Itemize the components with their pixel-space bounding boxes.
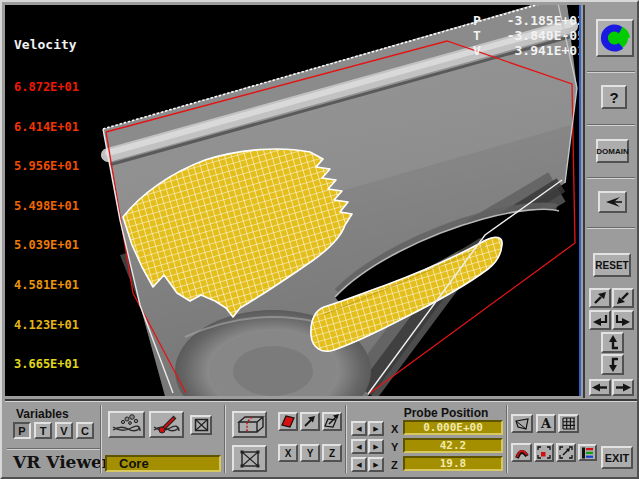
probe-z-decrement-button[interactable]: ◀	[351, 457, 367, 472]
right-triangle-icon: ▶	[373, 425, 378, 433]
probe-z-increment-button[interactable]: ▶	[368, 457, 384, 472]
probe-z-label: Z	[391, 459, 398, 471]
probe-position-title: Probe Position	[389, 406, 503, 420]
probe-x-label: X	[391, 423, 398, 435]
square-x-icon	[194, 418, 209, 432]
readout-t-value: -3.840E-05	[507, 28, 581, 43]
exit-label: EXIT	[605, 452, 629, 464]
reset-button[interactable]: RESET	[593, 253, 631, 277]
legend-entry: 6.872E+01	[14, 81, 79, 94]
layer-select-field[interactable]: Core	[105, 455, 221, 472]
variable-velocity-button[interactable]: V	[55, 422, 73, 439]
x-label: X	[285, 448, 292, 459]
ribbon-icon	[514, 446, 529, 460]
rotate-left-button[interactable]	[589, 310, 611, 330]
axis-y-button[interactable]: Y	[300, 444, 320, 462]
grid-button[interactable]	[558, 414, 579, 433]
arrow-ne-small-icon	[303, 415, 317, 428]
pan-down-button[interactable]	[601, 354, 624, 375]
domain-label: DOMAIN	[596, 147, 628, 156]
probe-z-value: 19.8	[440, 457, 467, 470]
axis-x-button[interactable]: X	[278, 444, 298, 462]
red-plane-icon	[280, 414, 296, 429]
legend-entry: 6.414E+01	[14, 121, 79, 134]
pan-right-button[interactable]	[612, 379, 634, 396]
probe-z-field[interactable]: 19.8	[403, 456, 503, 471]
logo-button[interactable]	[596, 19, 634, 57]
legend-entry: 3.665E+01	[14, 358, 79, 371]
probe-y-increment-button[interactable]: ▶	[368, 439, 384, 454]
arrow-right-icon	[615, 382, 631, 393]
legend-entry: 5.039E+01	[14, 239, 79, 252]
rotate-right-button[interactable]	[612, 310, 634, 330]
normal-arrow-button[interactable]	[300, 412, 320, 431]
probe-y-label: Y	[391, 441, 398, 453]
readout-p-value: -3.185E+02	[507, 13, 581, 28]
layer-value: Core	[119, 456, 149, 471]
bottom-toolbar: Variables P T V C VR Viewer	[5, 399, 637, 476]
p-label: P	[18, 425, 25, 437]
velocity-legend: Velocity 6.872E+01 6.414E+01 5.956E+01 5…	[14, 12, 79, 396]
probe-readout: P-3.185E+02 T-3.840E-05 V3.941E+01	[473, 13, 581, 58]
probe-thermometer-button[interactable]	[149, 411, 184, 438]
square-x-corners-icon	[238, 449, 262, 469]
probe-y-value: 42.2	[440, 439, 467, 452]
region-outline-icon	[514, 417, 530, 431]
marker-button[interactable]	[190, 415, 212, 435]
region-outline-button[interactable]	[511, 414, 533, 433]
probe-x-increment-button[interactable]: ▶	[368, 421, 384, 436]
legend-title: Velocity	[14, 38, 79, 51]
c-mold-logo-icon	[599, 23, 631, 53]
probe-x-field[interactable]: 0.000E+00	[403, 420, 503, 435]
cut-plane-button[interactable]	[278, 412, 298, 431]
legend-colors-icon	[581, 447, 594, 459]
viewport-3d[interactable]: Velocity 6.872E+01 6.414E+01 5.956E+01 5…	[5, 5, 581, 396]
variable-temperature-button[interactable]: T	[34, 422, 52, 439]
arrow-left-icon	[592, 382, 608, 393]
plane-arrow-icon	[324, 414, 340, 429]
letter-a-icon: A	[541, 416, 551, 431]
view-direction-button[interactable]	[598, 191, 627, 213]
grid-icon	[562, 417, 576, 430]
question-icon: ?	[609, 89, 618, 106]
help-button[interactable]: ?	[601, 85, 627, 109]
y-label: Y	[307, 448, 314, 459]
legend-entry: 4.123E+01	[14, 319, 79, 332]
probe-x-decrement-button[interactable]: ◀	[351, 421, 367, 436]
ribbon-button[interactable]	[511, 443, 532, 462]
thermometer-icon	[152, 414, 181, 435]
text-tool-button[interactable]: A	[536, 414, 556, 433]
exit-button[interactable]: EXIT	[601, 446, 633, 469]
zoom-window-button[interactable]	[534, 443, 554, 462]
particle-trace-button[interactable]	[108, 411, 145, 438]
probe-x-value: 0.000E+00	[423, 421, 483, 434]
readout-v-value: 3.941E+01	[515, 43, 581, 58]
domain-button[interactable]: DOMAIN	[596, 139, 629, 163]
move-plane-button[interactable]	[322, 412, 342, 431]
right-triangle-icon: ▶	[373, 443, 378, 451]
zoom-out-button[interactable]	[612, 288, 634, 308]
probe-y-decrement-button[interactable]: ◀	[351, 439, 367, 454]
pan-window-button[interactable]	[556, 443, 576, 462]
legend-colors-button[interactable]	[578, 444, 597, 461]
readout-t-label: T	[473, 28, 481, 43]
left-triangle-icon: ◀	[356, 461, 361, 469]
left-triangle-icon: ◀	[356, 425, 361, 433]
pan-window-icon	[559, 446, 573, 459]
pan-up-button[interactable]	[601, 332, 624, 353]
pan-left-button[interactable]	[589, 379, 611, 396]
readout-v-label: V	[473, 43, 481, 58]
marker-large-button[interactable]	[232, 445, 267, 472]
return-right-arrow-icon	[615, 313, 631, 327]
t-label: T	[40, 425, 47, 437]
probe-y-field[interactable]: 42.2	[403, 438, 503, 453]
cut-box-button[interactable]	[232, 411, 267, 438]
variable-pressure-button[interactable]: P	[13, 422, 31, 439]
axis-z-button[interactable]: Z	[322, 444, 342, 462]
arrow-up-corner-icon	[605, 335, 620, 350]
particle-trace-icon	[111, 414, 142, 435]
arrow-sw-icon	[615, 291, 631, 305]
zoom-window-icon	[537, 446, 551, 459]
variable-conversion-button[interactable]: C	[76, 422, 94, 439]
zoom-in-button[interactable]	[589, 288, 611, 308]
